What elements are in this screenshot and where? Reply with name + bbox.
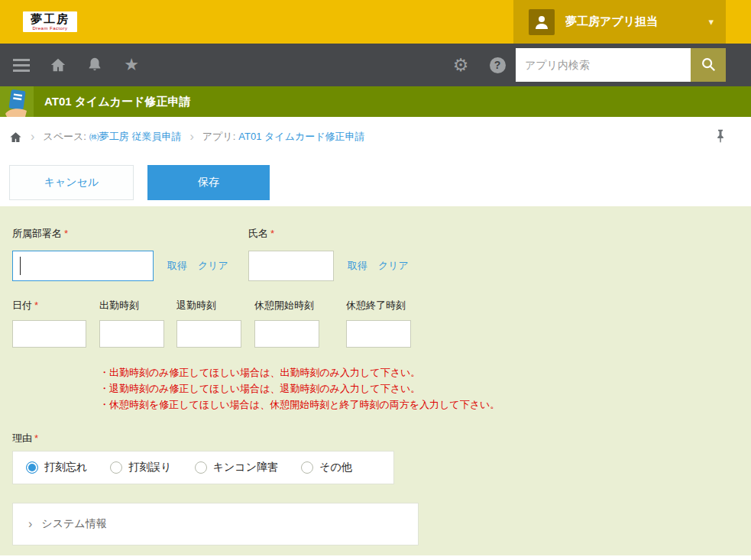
department-input[interactable] bbox=[12, 251, 154, 281]
name-field: 氏名* 取得 クリア bbox=[248, 226, 409, 281]
break-end-field: 休憩終了時刻 bbox=[346, 298, 411, 348]
cancel-button[interactable]: キャンセル bbox=[9, 165, 134, 200]
user-menu[interactable]: 夢工房アプリ担当 ▾ bbox=[513, 0, 726, 44]
app-title: AT01 タイムカード修正申請 bbox=[44, 95, 191, 109]
break-start-input[interactable] bbox=[254, 320, 319, 348]
name-clear-link[interactable]: クリア bbox=[378, 259, 409, 273]
help-badge: ? bbox=[490, 57, 506, 73]
breadcrumb-home-icon[interactable] bbox=[9, 131, 22, 144]
clock-in-label: 出勤時刻 bbox=[99, 299, 139, 311]
system-info-section[interactable]: › システム情報 bbox=[12, 503, 419, 545]
home-icon[interactable] bbox=[40, 44, 76, 86]
hamburger-bars bbox=[13, 59, 30, 72]
pin-icon[interactable] bbox=[716, 129, 725, 145]
radio-option-clock-failure[interactable]: キンコン障害 bbox=[195, 461, 278, 474]
break-start-field: 休憩開始時刻 bbox=[254, 298, 319, 348]
clock-in-input[interactable] bbox=[99, 320, 164, 348]
global-navbar: ★ ⚙ ? bbox=[0, 44, 751, 86]
radio-icon bbox=[110, 461, 122, 474]
note-line: ・出勤時刻のみ修正してほしい場合は、出勤時刻のみ入力して下さい。 bbox=[99, 364, 751, 380]
breadcrumb-app-prefix: アプリ: bbox=[202, 130, 236, 144]
text-caret bbox=[20, 257, 21, 275]
search-button[interactable] bbox=[691, 48, 726, 82]
action-bar: キャンセル 保存 bbox=[0, 157, 751, 206]
company-logo-text: 夢工房 bbox=[31, 14, 70, 26]
name-label: 氏名 bbox=[248, 228, 268, 239]
department-field: 所属部署名* 取得 クリア bbox=[12, 226, 228, 281]
gear-icon[interactable]: ⚙ bbox=[442, 44, 479, 86]
note-line: ・退勤時刻のみ修正してほしい場合は、退勤時刻のみ入力して下さい。 bbox=[99, 380, 751, 397]
breadcrumb-separator: › bbox=[31, 130, 34, 144]
search-icon bbox=[700, 56, 717, 75]
radio-icon bbox=[195, 461, 207, 474]
help-icon[interactable]: ? bbox=[479, 44, 516, 86]
reason-label: 理由 bbox=[12, 432, 32, 444]
menu-icon[interactable] bbox=[3, 44, 40, 86]
system-info-label: システム情報 bbox=[41, 517, 106, 531]
name-get-link[interactable]: 取得 bbox=[348, 259, 367, 273]
bell-icon[interactable] bbox=[76, 44, 113, 86]
chevron-right-icon: › bbox=[28, 517, 32, 531]
breadcrumb-separator: › bbox=[189, 130, 193, 144]
breadcrumb-app-link[interactable]: AT01 タイムカード修正申請 bbox=[238, 130, 364, 144]
breadcrumb: › スペース: ㈱夢工房 従業員申請 › アプリ: AT01 タイムカード修正申… bbox=[0, 117, 751, 157]
save-button[interactable]: 保存 bbox=[147, 165, 270, 200]
radio-icon bbox=[301, 461, 313, 474]
chevron-down-icon: ▾ bbox=[708, 16, 714, 28]
app-icon bbox=[0, 86, 34, 117]
clock-in-field: 出勤時刻 bbox=[99, 298, 164, 348]
break-start-label: 休憩開始時刻 bbox=[254, 299, 314, 311]
radio-option-other[interactable]: その他 bbox=[301, 461, 352, 474]
required-mark: * bbox=[34, 432, 38, 444]
bottom-strip bbox=[0, 555, 751, 560]
department-get-link[interactable]: 取得 bbox=[167, 259, 187, 273]
company-logo: 夢工房 Dream Factory bbox=[23, 11, 77, 32]
required-mark: * bbox=[64, 228, 68, 239]
reason-radio-group: 打刻忘れ 打刻誤り キンコン障害 その他 bbox=[12, 451, 394, 484]
user-icon bbox=[529, 9, 555, 35]
radio-icon bbox=[26, 461, 38, 474]
company-logo-subtext: Dream Factory bbox=[31, 26, 70, 31]
top-header: 夢工房 Dream Factory 夢工房アプリ担当 ▾ bbox=[0, 0, 751, 44]
date-label: 日付 bbox=[12, 299, 32, 311]
break-end-input[interactable] bbox=[346, 320, 411, 348]
star-icon[interactable]: ★ bbox=[113, 44, 150, 86]
name-input[interactable] bbox=[248, 251, 334, 281]
department-label: 所属部署名 bbox=[12, 228, 62, 239]
clock-out-field: 退勤時刻 bbox=[176, 298, 241, 348]
app-header: AT01 タイムカード修正申請 bbox=[0, 86, 751, 117]
required-mark: * bbox=[270, 228, 274, 239]
note-line: ・休憩時刻を修正してほしい場合は、休憩開始時刻と終了時刻の両方を入力して下さい。 bbox=[99, 397, 751, 413]
form-row-2: 日付* 出勤時刻 退勤時刻 休憩開始時刻 休憩終了時刻 bbox=[0, 298, 751, 348]
record-form: 所属部署名* 取得 クリア 氏名* bbox=[0, 206, 751, 555]
navbar-right: ⚙ ? bbox=[442, 44, 751, 86]
required-mark: * bbox=[34, 299, 38, 311]
date-field: 日付* bbox=[12, 298, 86, 348]
user-name: 夢工房アプリ担当 bbox=[565, 15, 658, 29]
reason-field-label-row: 理由* bbox=[12, 431, 751, 443]
radio-option-wrong-punch[interactable]: 打刻誤り bbox=[110, 461, 171, 474]
department-clear-link[interactable]: クリア bbox=[198, 259, 228, 273]
clock-out-label: 退勤時刻 bbox=[176, 299, 216, 311]
form-row-1: 所属部署名* 取得 クリア 氏名* bbox=[0, 226, 751, 281]
date-input[interactable] bbox=[12, 320, 86, 348]
breadcrumb-space-link[interactable]: ㈱夢工房 従業員申請 bbox=[89, 130, 182, 144]
clock-out-input[interactable] bbox=[176, 320, 241, 348]
breadcrumb-space-prefix: スペース: bbox=[43, 130, 86, 144]
radio-option-forgot-punch[interactable]: 打刻忘れ bbox=[26, 461, 87, 474]
instruction-notes: ・出勤時刻のみ修正してほしい場合は、出勤時刻のみ入力して下さい。 ・退勤時刻のみ… bbox=[99, 364, 751, 413]
search-input[interactable] bbox=[516, 48, 691, 82]
break-end-label: 休憩終了時刻 bbox=[346, 299, 406, 311]
